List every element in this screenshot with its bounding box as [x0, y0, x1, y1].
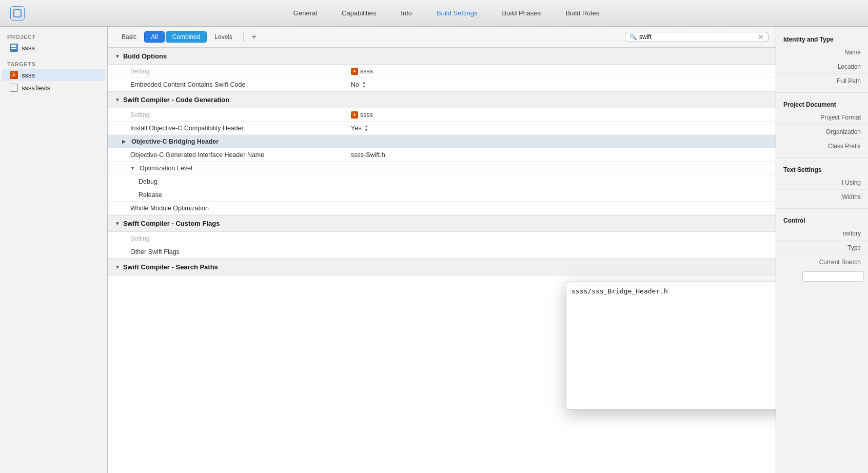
mini-target-icon-2: A — [351, 111, 358, 119]
value-col-2: A ssss — [351, 111, 768, 119]
section-build-options[interactable]: ▼ Build Options — [108, 48, 776, 65]
section-title-swift-flags: Swift Compiler - Custom Flags — [123, 220, 220, 227]
tab-general[interactable]: General — [293, 7, 317, 19]
search-input[interactable] — [639, 33, 756, 41]
current-branch-label: Current Branch — [819, 259, 861, 266]
expand-arrow-objc-bridging[interactable]: ▶ — [122, 139, 127, 144]
sidebar-target-2-name: ssssTests — [22, 84, 50, 92]
section-chevron-swift-codegen: ▼ — [115, 97, 120, 103]
target-name-badge-1: ssss — [360, 68, 373, 75]
right-row-project-format: Project Format — [776, 110, 868, 125]
sidebar-item-project[interactable]: ssss — [2, 42, 105, 54]
right-row-location: Location — [776, 60, 868, 74]
right-row-indent-using: t Using — [776, 175, 868, 190]
filter-basic-btn[interactable]: Basic — [115, 31, 143, 43]
opt-level-label: Optimization Level — [140, 165, 192, 172]
branch-input-box[interactable] — [802, 271, 864, 282]
class-prefix-label: Class Prefix — [828, 143, 861, 150]
setting-whole-module: Whole Module Optimization — [115, 205, 351, 212]
right-row-repository: ository — [776, 226, 868, 241]
filter-all-btn[interactable]: All — [144, 31, 164, 43]
right-row-current-branch: Current Branch — [776, 255, 868, 269]
right-divider-3 — [776, 208, 868, 209]
right-panel: Identity and Type Name Location Full Pat… — [776, 27, 868, 473]
setting-opt-level: ▼ Optimization Level — [115, 165, 351, 172]
search-icon: 🔍 — [629, 33, 637, 41]
table-header-swift-codegen: Setting A ssss — [108, 108, 776, 122]
value-install-objc: Yes ▲▼ — [351, 124, 768, 132]
row-install-objc[interactable]: Install Objective-C Compatibility Header… — [108, 122, 776, 135]
settings-wrapper: ▼ Build Options Setting A ssss Embedded … — [108, 48, 776, 473]
targets-section-label: TARGETS — [0, 59, 107, 68]
filter-add-button[interactable]: + — [248, 31, 260, 43]
table-header-swift-flags: Setting — [108, 232, 776, 245]
search-clear-icon[interactable]: ✕ — [758, 33, 764, 41]
value-col-1: A ssss — [351, 68, 768, 75]
target-icon: A — [9, 70, 18, 80]
sidebar-item-target-tests[interactable]: ssssTests — [2, 82, 105, 94]
row-objc-gen-header[interactable]: Objective-C Generated Interface Header N… — [108, 148, 776, 162]
sidebar: PROJECT ssss TARGETS A ssss ssssTests — [0, 27, 108, 473]
row-embedded-content[interactable]: Embedded Content Contains Swift Code No … — [108, 78, 776, 91]
value-objc-gen-header: ssss-Swift.h — [351, 151, 768, 159]
section-swift-flags[interactable]: ▼ Swift Compiler - Custom Flags — [108, 215, 776, 232]
setting-release: Release — [115, 191, 351, 199]
section-title-swift-codegen: Swift Compiler - Code Generation — [123, 96, 229, 104]
filter-combined-btn[interactable]: Combined — [166, 31, 207, 43]
right-divider-1 — [776, 92, 868, 93]
main-layout: PROJECT ssss TARGETS A ssss ssssTests Ba… — [0, 27, 868, 473]
tab-info[interactable]: Info — [401, 7, 412, 19]
project-section-label: PROJECT — [0, 32, 107, 41]
tab-build-settings[interactable]: Build Settings — [437, 7, 478, 19]
row-objc-bridging[interactable]: ▶ Objective-C Bridging Header — [108, 135, 776, 148]
right-row-type: Type — [776, 241, 868, 255]
install-objc-value: Yes — [351, 125, 361, 132]
right-row-full-path: Full Path — [776, 74, 868, 88]
text-settings-title: Text Settings — [776, 162, 868, 175]
type-label: Type — [847, 244, 861, 251]
project-doc-title: Project Document — [776, 97, 868, 110]
setting-other-swift-flags: Other Swift Flags — [115, 248, 351, 255]
tab-capabilities[interactable]: Capabilities — [342, 7, 376, 19]
repository-label: ository — [843, 230, 861, 237]
stepper-embedded[interactable]: ▲▼ — [362, 81, 366, 88]
right-divider-2 — [776, 157, 868, 158]
location-label: Location — [838, 63, 861, 70]
row-whole-module[interactable]: Whole Module Optimization — [108, 202, 776, 215]
filter-levels-btn[interactable]: Levels — [208, 31, 239, 43]
objc-bridging-label: Objective-C Bridging Header — [131, 138, 219, 145]
right-row-name: Name — [776, 45, 868, 60]
row-opt-level[interactable]: ▼ Optimization Level — [108, 162, 776, 175]
sidebar-item-target-ssss[interactable]: A ssss — [2, 69, 105, 81]
bridging-header-popup: ssss/sss_Bridge_Header.h — [566, 282, 776, 410]
tab-build-rules[interactable]: Build Rules — [565, 7, 599, 19]
project-icon — [9, 43, 18, 52]
setting-install-objc: Install Objective-C Compatibility Header — [115, 125, 351, 132]
tests-icon — [9, 83, 18, 92]
bridging-header-input[interactable]: ssss/sss_Bridge_Header.h — [571, 287, 776, 400]
target-name-badge-2: ssss — [360, 111, 373, 119]
section-swift-codegen[interactable]: ▼ Swift Compiler - Code Generation — [108, 91, 776, 108]
section-swift-search[interactable]: ▼ Swift Compiler - Search Paths — [108, 259, 776, 275]
sidebar-target-1-name: ssss — [22, 71, 35, 79]
row-release[interactable]: Release — [108, 188, 776, 202]
expand-arrow-opt[interactable]: ▼ — [130, 166, 135, 171]
right-row-widths: Widths — [776, 190, 868, 204]
xcode-nav-button[interactable] — [10, 6, 25, 21]
setting-col-label-3: Setting — [115, 235, 351, 242]
filter-search-box: 🔍 ✕ — [625, 32, 768, 42]
content-area: Basic All Combined Levels + 🔍 ✕ ▼ Build … — [108, 27, 776, 473]
embedded-content-value: No — [351, 81, 359, 88]
full-path-label: Full Path — [837, 77, 861, 85]
setting-debug: Debug — [115, 178, 351, 185]
stepper-install-objc[interactable]: ▲▼ — [364, 124, 368, 132]
row-other-swift-flags[interactable]: Other Swift Flags — [108, 245, 776, 259]
identity-type-title: Identity and Type — [776, 32, 868, 45]
tab-build-phases[interactable]: Build Phases — [502, 7, 541, 19]
sidebar-project-name: ssss — [22, 44, 35, 52]
row-debug[interactable]: Debug — [108, 175, 776, 188]
table-header-build-options: Setting A ssss — [108, 65, 776, 78]
setting-col-label-2: Setting — [115, 111, 351, 119]
project-format-label: Project Format — [820, 114, 861, 121]
section-title-swift-search: Swift Compiler - Search Paths — [123, 263, 218, 271]
